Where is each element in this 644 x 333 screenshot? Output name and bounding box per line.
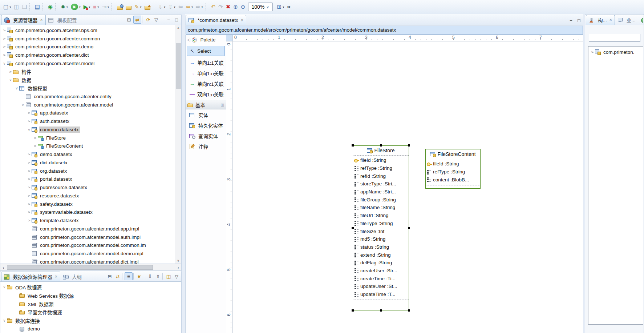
selection-handle[interactable] <box>408 227 410 229</box>
tree-item[interactable]: FileStore <box>0 134 69 142</box>
entity-attribute[interactable]: refType :String <box>353 164 409 172</box>
expand-arrow-icon[interactable] <box>33 144 38 148</box>
tree-item[interactable]: demo <box>0 325 43 333</box>
back-disabled-button[interactable]: ⇦ <box>177 2 184 12</box>
link-with-editor-button[interactable]: ⇄ <box>133 16 141 24</box>
close-icon[interactable]: × <box>241 18 243 23</box>
entity-title[interactable]: FileStore <box>353 146 409 156</box>
tree-item[interactable]: FileStoreContent <box>0 142 86 151</box>
entity-attribute[interactable]: fileName :String <box>353 204 409 212</box>
export-button[interactable]: ⇧ <box>154 273 162 280</box>
tree-item[interactable]: com.primeton.gocom.afcenter.entity <box>0 92 115 101</box>
tree-item[interactable]: com.primeton.gocom.afcenter.model.demo.i… <box>0 249 146 258</box>
expand-arrow-icon[interactable] <box>2 53 7 57</box>
search-input[interactable] <box>589 34 640 42</box>
tree-item[interactable]: com.primeton.gocom.afcenter.model.auth.i… <box>0 233 144 241</box>
redo-button[interactable]: ↷ <box>217 2 224 12</box>
horizontal-scrollbar[interactable]: ‹ › <box>0 264 182 271</box>
tree-item[interactable]: 数据库连接 <box>0 316 43 325</box>
header-separator[interactable] <box>133 273 135 280</box>
entity-attribute[interactable]: fileGroup :String <box>353 196 409 204</box>
tree-item[interactable]: Web Services 数据源 <box>0 291 77 300</box>
selection-handle[interactable] <box>380 309 382 312</box>
tab-common-datasetx[interactable]: *common.datasetx × <box>186 15 246 25</box>
tab-component-library[interactable]: 构... × <box>586 15 615 25</box>
diagram-drawing-surface[interactable]: FileStore fileId :String <box>233 41 583 333</box>
entity-attribute[interactable]: fileType :String <box>353 220 409 228</box>
collapse-all-button[interactable]: ⊟ <box>106 273 113 280</box>
link-with-editor-button[interactable]: ⇄ <box>114 273 121 280</box>
debug-button[interactable]: ✹ <box>60 2 69 12</box>
header-separator[interactable] <box>122 273 124 280</box>
step-button[interactable]: ⇥ <box>101 2 110 12</box>
entity-attribute[interactable]: extend :String <box>353 251 409 259</box>
entity-attribute[interactable]: storeType :Stri... <box>353 180 409 188</box>
maximize-editor-button[interactable]: □ <box>575 17 583 24</box>
tree-item[interactable]: org.datasetx <box>0 167 70 175</box>
tree-item[interactable]: 数据模型 <box>0 84 50 92</box>
vertical-scrollbar[interactable]: ∧ ∨ <box>175 25 181 264</box>
expand-arrow-icon[interactable] <box>8 78 13 82</box>
expand-arrow-icon[interactable] <box>14 86 19 90</box>
tree-view-button[interactable]: ≡ <box>125 272 133 280</box>
view-menu-button[interactable]: ▽ <box>173 273 180 280</box>
toolbar-separator[interactable] <box>153 3 156 11</box>
tree-item[interactable]: template.datasetx <box>0 216 82 225</box>
palette-tool-select[interactable]: Select <box>187 46 225 56</box>
expand-arrow-icon[interactable] <box>27 210 32 214</box>
toolbar-separator[interactable] <box>55 3 58 11</box>
tree-item[interactable]: com.primeton.gocom.afcenter.model.dict.i… <box>0 258 142 264</box>
tree-item[interactable]: dict.datasetx <box>0 159 71 167</box>
entity-attribute[interactable]: appName :Stri... <box>353 188 409 196</box>
palette-pin-icon[interactable]: ◫ <box>221 103 224 107</box>
tree-item[interactable]: resource.datasetx <box>0 192 82 200</box>
open-resource-button[interactable] <box>116 2 124 12</box>
maximize-button[interactable]: □ <box>173 16 180 23</box>
expand-arrow-icon[interactable] <box>2 285 7 289</box>
tab-partial[interactable]: × <box>638 15 643 25</box>
tab-business[interactable]: 业... × <box>615 15 638 25</box>
tree-item[interactable]: ODA 数据源 <box>0 283 45 291</box>
server-button[interactable]: ◉ <box>47 2 54 12</box>
tree-item[interactable]: XML 数据源 <box>0 300 57 308</box>
tree-item[interactable]: 数据 <box>0 76 35 84</box>
expand-arrow-icon[interactable] <box>8 70 13 74</box>
delete-button[interactable]: ✖ <box>225 2 232 12</box>
toolbar-separator[interactable] <box>42 3 45 11</box>
expand-arrow-icon[interactable] <box>27 161 32 165</box>
expand-arrow-icon[interactable] <box>27 152 32 156</box>
scroll-up-icon[interactable]: ∧ <box>177 25 179 31</box>
header-gap[interactable] <box>161 16 164 23</box>
tree-item[interactable]: com.primeton.gocom.afcenter.model.common… <box>0 241 149 250</box>
expand-arrow-icon[interactable] <box>2 318 7 322</box>
palette-tool-bidirectional[interactable]: 双向1:n关联 <box>186 89 226 99</box>
entity-attribute[interactable]: md5 :String <box>353 235 409 243</box>
new-wizard-button[interactable]: ▢ <box>2 2 12 12</box>
expand-arrow-icon[interactable] <box>27 177 32 181</box>
expand-arrow-icon[interactable] <box>2 37 7 41</box>
entity-attribute[interactable]: fileId :String <box>353 156 409 164</box>
tree-item[interactable]: com.primeton.gocom.afcenter.bps.om <box>0 26 101 35</box>
tab-template-config[interactable]: 模板配置 × <box>46 15 80 25</box>
entity-attribute[interactable]: updateUser :St... <box>353 282 409 290</box>
palette-tool-query-entity[interactable]: 查询实体 <box>186 131 226 141</box>
entity-attribute[interactable]: refType :String <box>426 168 480 176</box>
palette-header[interactable]: ◁ Palette <box>186 35 226 45</box>
header-separator[interactable] <box>162 273 164 280</box>
palette-tool-one-to-one[interactable]: 单向1:1关联 <box>186 57 226 68</box>
entity-attribute[interactable]: createUser :Str... <box>353 267 409 275</box>
tree-item[interactable]: com.primeton.gocom.afcenter.model.app.im… <box>0 225 142 233</box>
minimize-button[interactable]: − <box>165 16 172 23</box>
tree-item[interactable]: 平面文件数据源 <box>0 308 65 316</box>
console-button[interactable]: ▤ <box>34 2 41 12</box>
palette-tool-one-to-n[interactable]: 单向1:n关联 <box>186 68 226 78</box>
tree-item[interactable]: portal.datasetx <box>0 175 76 184</box>
refresh-button[interactable]: ⟳ <box>145 16 152 23</box>
expand-arrow-icon[interactable] <box>2 28 7 32</box>
zoom-level-combo[interactable]: 100% <box>247 2 270 12</box>
close-icon[interactable]: × <box>55 274 57 279</box>
entity-attribute[interactable]: createTime :Ti... <box>353 274 409 282</box>
minimize-editor-button[interactable]: − <box>567 17 575 24</box>
file-down-button[interactable]: ⇩ <box>157 2 167 12</box>
save-button[interactable]: ◫ <box>165 273 172 280</box>
